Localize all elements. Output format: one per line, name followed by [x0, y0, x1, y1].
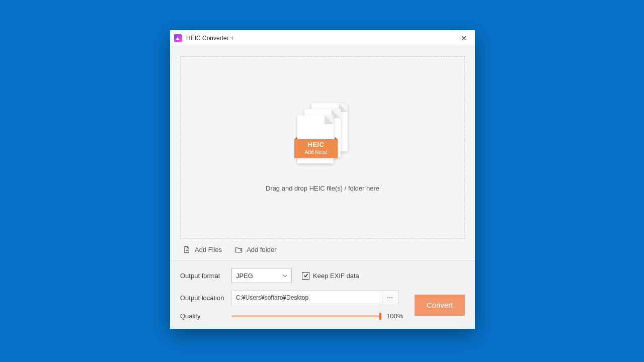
output-format-value: JPEG: [236, 272, 253, 280]
output-format-select[interactable]: JPEG: [231, 268, 292, 283]
quality-label: Quality: [180, 312, 231, 320]
titlebar: HEIC Converter +: [170, 30, 475, 46]
app-window: HEIC Converter + HEIC Add file(s) Drag a…: [170, 30, 475, 329]
close-button[interactable]: [452, 30, 475, 46]
settings-panel: Output format JPEG Keep EXIF data Output…: [170, 260, 475, 329]
browse-button[interactable]: ···: [382, 290, 398, 305]
drop-instruction: Drag and drop HEIC file(s) / folder here: [266, 185, 379, 192]
ellipsis-icon: ···: [387, 295, 393, 301]
heic-tag: HEIC Add file(s): [294, 139, 338, 158]
output-location-field[interactable]: C:¥Users¥softaro¥Desktop: [231, 290, 382, 305]
file-stack-icon: HEIC Add file(s): [297, 103, 348, 168]
app-title: HEIC Converter +: [186, 35, 234, 42]
chevron-down-icon: [283, 274, 287, 278]
quality-slider[interactable]: [231, 315, 380, 317]
output-location-label: Output location: [180, 294, 231, 302]
output-location-value: C:¥Users¥softaro¥Desktop: [236, 294, 308, 301]
convert-button[interactable]: Convert: [415, 295, 465, 316]
keep-exif-checkbox[interactable]: Keep EXIF data: [302, 272, 359, 280]
tag-title: HEIC: [294, 141, 338, 149]
dropzone[interactable]: HEIC Add file(s) Drag and drop HEIC file…: [180, 56, 465, 239]
tag-sub: Add file(s): [294, 149, 338, 155]
body-area: HEIC Add file(s) Drag and drop HEIC file…: [170, 46, 475, 260]
actions-row: Add Files Add folder: [180, 239, 465, 260]
convert-label: Convert: [427, 301, 453, 309]
add-folder-label: Add folder: [247, 246, 276, 253]
add-files-label: Add Files: [195, 246, 222, 253]
output-format-label: Output format: [180, 272, 231, 280]
add-files-button[interactable]: Add Files: [183, 246, 222, 253]
app-icon: [174, 34, 182, 42]
keep-exif-label: Keep EXIF data: [313, 272, 359, 280]
add-folder-button[interactable]: Add folder: [235, 246, 276, 253]
add-folder-icon: [235, 246, 243, 253]
checkbox-icon: [302, 272, 309, 280]
quality-value: 100%: [386, 312, 407, 320]
add-file-icon: [183, 246, 191, 253]
slider-thumb[interactable]: [379, 313, 381, 320]
close-icon: [461, 36, 466, 41]
